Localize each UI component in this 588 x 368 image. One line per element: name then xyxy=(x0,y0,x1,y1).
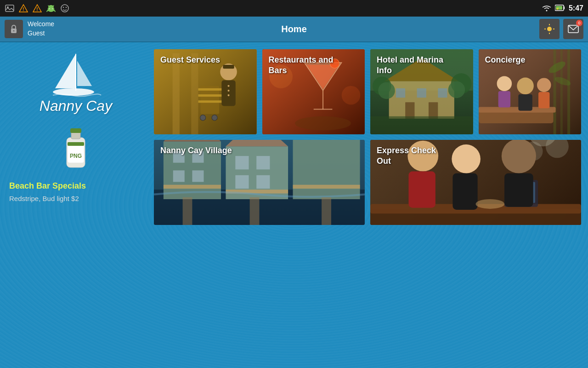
svg-point-50 xyxy=(228,85,230,87)
grid-area: Guest Services xyxy=(152,42,588,368)
png-bottle: PNG xyxy=(57,124,94,174)
welcome-text: Welcome Guest xyxy=(28,20,54,38)
warning-status-icon-2: ! xyxy=(32,3,42,13)
svg-rect-39 xyxy=(68,142,84,146)
brand-name: Nanny Cay xyxy=(40,98,112,115)
svg-rect-132 xyxy=(504,173,533,207)
svg-point-25 xyxy=(547,27,552,31)
svg-point-57 xyxy=(200,115,206,121)
app-bar-left: Welcome Guest xyxy=(5,20,54,38)
svg-rect-136 xyxy=(452,173,477,210)
svg-point-95 xyxy=(497,76,512,91)
image-status-icon xyxy=(5,3,15,13)
svg-rect-55 xyxy=(198,94,222,97)
svg-line-13 xyxy=(47,10,48,12)
main-content: Nanny Cay PNG Beach Bar Sp xyxy=(0,42,588,368)
svg-point-135 xyxy=(452,144,481,173)
svg-point-58 xyxy=(212,115,217,121)
svg-rect-94 xyxy=(518,94,532,111)
hotel-marina-label: Hotel and Marina Info xyxy=(377,55,450,76)
svg-marker-31 xyxy=(55,54,76,88)
android-status-icon xyxy=(46,3,56,13)
express-checkout-label: Express Check Out xyxy=(377,145,450,167)
svg-point-97 xyxy=(537,78,550,92)
restaurants-tile[interactable]: Restaurants and Bars xyxy=(262,49,365,134)
mail-button[interactable]: 0 xyxy=(563,19,583,39)
svg-point-52 xyxy=(228,94,230,96)
svg-rect-121 xyxy=(322,197,331,225)
svg-point-15 xyxy=(61,5,68,12)
svg-rect-106 xyxy=(173,170,185,182)
weather-button[interactable] xyxy=(539,19,560,39)
concierge-tile[interactable]: Concierge xyxy=(479,49,582,134)
svg-point-93 xyxy=(517,78,534,95)
app-bar-title: Home xyxy=(281,24,307,34)
svg-rect-116 xyxy=(164,185,221,189)
svg-point-67 xyxy=(341,86,360,105)
concierge-label: Concierge xyxy=(485,55,526,65)
svg-rect-86 xyxy=(553,49,556,134)
wifi-icon xyxy=(542,4,551,13)
app-bar: Welcome Guest Home 0 xyxy=(0,17,588,42)
svg-marker-32 xyxy=(77,61,92,86)
hotel-marina-tile[interactable]: Hotel and Marina Info xyxy=(370,49,473,134)
svg-rect-110 xyxy=(235,156,249,169)
svg-rect-48 xyxy=(223,65,234,69)
svg-rect-134 xyxy=(408,172,435,208)
restaurants-label: Restaurants and Bars xyxy=(269,55,342,76)
nanny-cay-village-tile[interactable]: Nanny Cay Village xyxy=(154,140,365,225)
svg-point-68 xyxy=(295,116,351,130)
svg-rect-37 xyxy=(70,128,81,133)
svg-rect-118 xyxy=(293,185,360,189)
svg-rect-88 xyxy=(567,49,570,134)
svg-rect-76 xyxy=(438,88,447,98)
svg-point-24 xyxy=(13,30,15,32)
svg-line-14 xyxy=(54,10,55,12)
guest-services-label: Guest Services xyxy=(160,55,220,65)
express-checkout-tile[interactable]: Express Check Out xyxy=(370,140,581,225)
svg-rect-111 xyxy=(256,156,270,169)
svg-rect-74 xyxy=(396,88,405,98)
svg-point-82 xyxy=(448,81,465,98)
svg-rect-120 xyxy=(250,197,260,225)
sidebar: Nanny Cay PNG Beach Bar Sp xyxy=(0,42,152,368)
svg-point-51 xyxy=(228,90,230,92)
svg-point-18 xyxy=(546,10,547,11)
svg-rect-49 xyxy=(221,80,235,106)
svg-rect-0 xyxy=(6,5,14,12)
app-bar-right: 0 xyxy=(539,19,583,39)
svg-rect-112 xyxy=(235,175,249,189)
warning-status-icon-1: ! xyxy=(18,3,28,13)
svg-rect-56 xyxy=(198,100,222,103)
svg-rect-20 xyxy=(564,6,565,9)
guest-services-tile[interactable]: Guest Services xyxy=(154,49,257,134)
svg-rect-83 xyxy=(370,116,473,134)
svg-text:!: ! xyxy=(36,7,38,12)
svg-rect-96 xyxy=(498,91,510,108)
svg-text:⚡: ⚡ xyxy=(556,7,560,11)
svg-point-131 xyxy=(502,140,536,173)
svg-marker-103 xyxy=(164,140,221,142)
svg-marker-109 xyxy=(226,140,288,146)
status-icons-left: ! ! xyxy=(5,3,70,13)
grid-row-1: Guest Services xyxy=(154,49,581,134)
svg-rect-114 xyxy=(293,140,360,199)
svg-rect-75 xyxy=(417,88,426,98)
svg-rect-54 xyxy=(198,88,222,91)
status-bar: ! ! xyxy=(0,0,588,17)
svg-rect-98 xyxy=(538,92,549,109)
svg-point-12 xyxy=(48,5,54,9)
mail-badge: 0 xyxy=(576,20,582,26)
specials-text: Redstripe, Bud light $2 xyxy=(9,195,79,202)
specials-title: Beach Bar Specials xyxy=(9,181,86,191)
battery-icon: ⚡ xyxy=(555,5,565,12)
time-display: 5:47 xyxy=(569,4,583,12)
svg-rect-73 xyxy=(389,81,454,119)
svg-rect-119 xyxy=(183,197,192,225)
logo-container: Nanny Cay xyxy=(9,52,142,115)
sailboat-logo xyxy=(48,52,103,102)
face-status-icon xyxy=(60,3,70,13)
status-icons-right: ⚡ 5:47 xyxy=(542,4,583,13)
grid-row-2: Nanny Cay Village xyxy=(154,140,581,225)
lock-button[interactable] xyxy=(5,20,23,38)
